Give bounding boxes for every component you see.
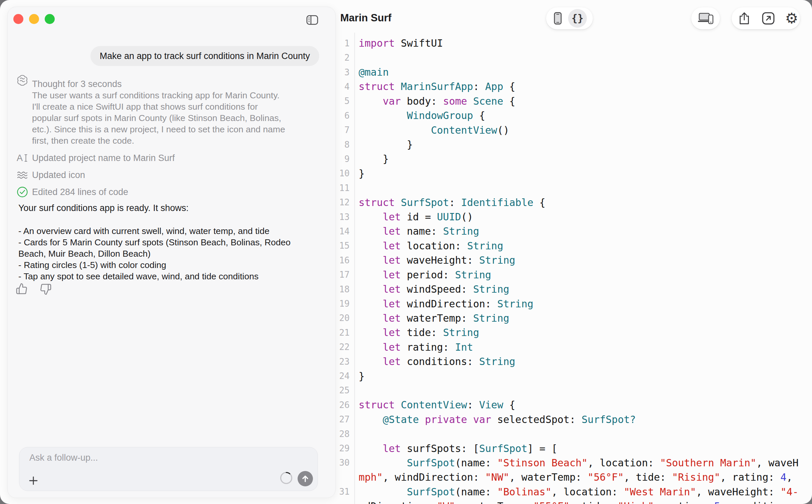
line-number: 2 xyxy=(328,53,350,63)
code-line-10: 10} xyxy=(328,166,812,181)
line-number: 18 xyxy=(328,284,350,294)
code-text: let waterTemp: String xyxy=(350,312,509,324)
code-line-21: 21 let tide: String xyxy=(328,325,812,340)
thought-text: The user wants a surf conditions trackin… xyxy=(32,90,285,146)
traffic-light-close-button[interactable] xyxy=(13,14,23,24)
code-line-25: 25 xyxy=(328,383,812,398)
response-intro: Your surf conditions app is ready. It sh… xyxy=(18,203,188,213)
code-text: struct ContentView: View { xyxy=(350,399,515,411)
code-text: let name: String xyxy=(350,225,479,237)
code-text: ndDirection: "W", waterTemp: "55°F", tid… xyxy=(350,500,780,504)
devices-icon[interactable] xyxy=(698,12,714,25)
line-number: 23 xyxy=(328,357,350,367)
line-number: 17 xyxy=(328,270,350,280)
code-line-20: 20 let waterTemp: String xyxy=(328,311,812,325)
code-braces-icon[interactable]: {} xyxy=(568,9,587,28)
line-number: 10 xyxy=(328,168,350,178)
thumbs-down-icon[interactable] xyxy=(40,283,52,295)
code-text: SurfSpot(name: "Bolinas", location: "Wes… xyxy=(350,486,799,498)
line-number: 25 xyxy=(328,385,350,395)
line-number: 30 xyxy=(328,458,350,468)
code-line-6: 6 WindowGroup { xyxy=(328,108,812,123)
line-number: 29 xyxy=(328,443,350,453)
code-text: let period: String xyxy=(350,269,491,281)
code-text: let surfSpots: [SurfSpot] = [ xyxy=(350,443,557,454)
phone-preview-icon[interactable] xyxy=(553,12,562,25)
code-line-wrap: ndDirection: "W", waterTemp: "55°F", tid… xyxy=(328,499,812,504)
open-external-icon[interactable] xyxy=(761,11,775,25)
code-line-11: 11 xyxy=(328,181,812,195)
chat-panel: Make an app to track surf conditions in … xyxy=(7,7,336,498)
code-editor[interactable]: 1import SwiftUI23@main4struct MarinSurfA… xyxy=(328,36,812,504)
app-window: Make an app to track surf conditions in … xyxy=(0,0,812,504)
traffic-light-zoom-button[interactable] xyxy=(45,14,55,24)
send-arrow-icon[interactable] xyxy=(298,471,313,486)
devices-pill xyxy=(691,7,720,29)
usage-ring-icon xyxy=(280,471,293,485)
line-number: 1 xyxy=(328,38,350,48)
code-text: let windDirection: String xyxy=(350,298,533,310)
input-placeholder: Ask a follow-up... xyxy=(29,453,98,463)
line-number: 3 xyxy=(328,67,350,77)
code-line-5: 5 var body: some Scene { xyxy=(328,94,812,108)
code-line-27: 27 @State private var selectedSpot: Surf… xyxy=(328,412,812,427)
line-number: 8 xyxy=(328,140,350,150)
user-message-bubble: Make an app to track surf conditions in … xyxy=(90,46,319,66)
traffic-light-minimize-button[interactable] xyxy=(29,14,39,24)
code-text: let waveHeight: String xyxy=(350,254,515,266)
actions-pill: ⚙ xyxy=(732,7,800,29)
line-number: 24 xyxy=(328,371,350,381)
line-number: 20 xyxy=(328,313,350,323)
code-text: struct SurfSpot: Identifiable { xyxy=(350,197,545,208)
svg-text:A: A xyxy=(17,153,23,163)
code-text: SurfSpot(name: "Stinson Beach", location… xyxy=(350,457,799,469)
plus-icon[interactable] xyxy=(27,475,39,487)
code-text: var body: some Scene { xyxy=(350,95,515,107)
code-text: mph", windDirection: "NW", waterTemp: "5… xyxy=(350,471,792,483)
code-line-1: 1import SwiftUI xyxy=(328,36,812,50)
thought-summary[interactable]: Thought for 3 seconds xyxy=(32,78,122,90)
line-number: 14 xyxy=(328,226,350,236)
line-number: 6 xyxy=(328,111,350,121)
code-line-4: 4struct MarinSurfApp: App { xyxy=(328,79,812,94)
check-circle-icon xyxy=(16,186,28,198)
code-line-28: 28 xyxy=(328,427,812,441)
line-number: 13 xyxy=(328,212,350,222)
code-line-26: 26struct ContentView: View { xyxy=(328,398,812,412)
thumbs-up-icon[interactable] xyxy=(16,283,28,295)
code-line-31: 31 SurfSpot(name: "Bolinas", location: "… xyxy=(328,485,812,499)
code-line-14: 14 let name: String xyxy=(328,224,812,238)
sidebar-toggle-icon[interactable] xyxy=(306,14,319,26)
code-text: let conditions: String xyxy=(350,356,515,367)
code-line-19: 19 let windDirection: String xyxy=(328,296,812,311)
line-number: 16 xyxy=(328,255,350,265)
code-text: } xyxy=(350,370,365,382)
code-text: } xyxy=(350,153,389,165)
code-text: } xyxy=(350,168,365,179)
line-number: 4 xyxy=(328,82,350,92)
code-line-16: 16 let waveHeight: String xyxy=(328,253,812,267)
line-number: 21 xyxy=(328,328,350,338)
rename-cursor-icon: A xyxy=(16,152,28,164)
line-number: 22 xyxy=(328,342,350,352)
follow-up-input[interactable]: Ask a follow-up... xyxy=(19,447,318,491)
code-text: let id = UUID() xyxy=(350,211,473,223)
code-line-2: 2 xyxy=(328,50,812,65)
line-number: 12 xyxy=(328,197,350,207)
share-icon[interactable] xyxy=(737,11,751,25)
line-number: 26 xyxy=(328,400,350,410)
code-line-23: 23 let conditions: String xyxy=(328,354,812,369)
line-number: 15 xyxy=(328,241,350,251)
code-line-17: 17 let period: String xyxy=(328,268,812,282)
code-text: let rating: Int xyxy=(350,341,473,353)
code-line-9: 9 } xyxy=(328,152,812,166)
line-number: 11 xyxy=(328,183,350,193)
code-line-12: 12struct SurfSpot: Identifiable { xyxy=(328,195,812,209)
thinking-brain-icon xyxy=(16,74,29,87)
settings-gear-icon[interactable]: ⚙ xyxy=(785,11,799,25)
line-number: 27 xyxy=(328,414,350,424)
line-number: 7 xyxy=(328,125,350,135)
line-number: 9 xyxy=(328,154,350,164)
code-text: @main xyxy=(350,66,389,78)
waves-icon xyxy=(16,169,28,181)
